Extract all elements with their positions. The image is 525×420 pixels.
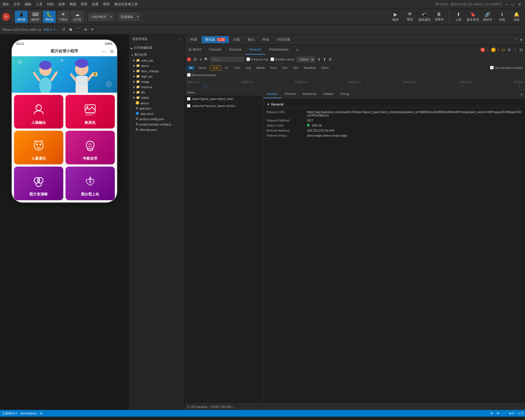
collapse-icon[interactable]: ⌃ [514, 38, 517, 42]
inner-tab-console[interactable]: Console [205, 45, 225, 55]
mp-home-icon[interactable]: ⊙ [110, 49, 114, 54]
tree-folder-manhua[interactable]: ▶ 📁 manhua [129, 84, 185, 90]
editor-button[interactable]: ⌨ 编辑器 [29, 11, 42, 23]
qrcode-icon[interactable]: ✦ [91, 27, 94, 32]
filter-type-doc[interactable]: Doc [280, 66, 290, 70]
blocked-requests-checkbox-input[interactable] [187, 73, 191, 77]
tab-issues[interactable]: 问题 [230, 36, 243, 43]
tree-file-projectconfig[interactable]: ⚙ project.config.json [129, 116, 185, 122]
simulator-button[interactable]: 📱 模拟器 [15, 11, 28, 23]
mp-card-age[interactable]: 年龄改变 [66, 131, 115, 164]
compile-mode-select[interactable]: 普通编译 [118, 13, 140, 21]
tree-folder-image[interactable]: ▶ 📁 image [129, 79, 185, 84]
tree-file-projectprivate[interactable]: ⚙ project.private.config.js... [129, 122, 185, 127]
filter-type-all[interactable]: All [187, 66, 195, 70]
preserve-log-checkbox[interactable]: Preserve log [246, 57, 268, 61]
stop-button[interactable] [193, 57, 197, 61]
tree-file-sitemap[interactable]: ⚙ sitemap.json [129, 127, 185, 132]
disable-cache-checkbox-input[interactable] [270, 57, 274, 61]
inner-tab-more[interactable]: » [293, 45, 303, 55]
tree-file-appjs[interactable]: 🟡 app.js [129, 100, 185, 106]
disable-cache-checkbox[interactable]: Disable cache [270, 57, 294, 61]
real-debug-button[interactable]: 📲 真机调试 [418, 12, 431, 22]
menu-item-interface[interactable]: 界面 [81, 2, 87, 7]
search-icon[interactable]: 🔍 [204, 57, 208, 61]
tab-output[interactable]: 输出 [244, 36, 258, 43]
inner-tab-network[interactable]: Network [245, 45, 265, 55]
mode-select[interactable]: 小程序模式 [88, 13, 113, 21]
filter-type-ws[interactable]: WS [291, 66, 301, 70]
menu-item-help[interactable]: 帮助 [103, 2, 110, 7]
tree-file-appjson[interactable]: ⚙ app.json [129, 106, 185, 111]
network-item-colourize[interactable]: colourize?access_token=24.b4... [185, 102, 263, 109]
network-item-colourize-checkbox[interactable] [187, 104, 190, 108]
tree-folder-high-pic[interactable]: ▶ 📁 high_pic [129, 74, 185, 79]
devtools-settings-icon[interactable]: ⚙ [507, 48, 511, 52]
menu-item-tools[interactable]: 工具 [36, 2, 43, 7]
filter-type-js[interactable]: JS [222, 66, 230, 70]
status-path[interactable]: 主面路径 ▾ [2, 411, 17, 416]
detail-tab-more[interactable]: » [518, 90, 525, 98]
version-button[interactable]: 🔖 版本管理 [467, 12, 479, 22]
filter-type-media[interactable]: Media [254, 66, 267, 70]
detail-tab-preview[interactable]: Preview [282, 90, 299, 98]
menu-item-file[interactable]: 文件 [13, 2, 20, 7]
detail-tab-timing[interactable]: Timing [337, 90, 353, 98]
network-item-token[interactable]: token?grant_type=client_cred... [185, 95, 263, 102]
close-devtools-icon[interactable]: ✕ [519, 38, 523, 42]
inner-tab-performance[interactable]: Performance [265, 45, 293, 55]
filter-type-manifest[interactable]: Manifest [302, 66, 318, 70]
status-copy-icon[interactable]: ⧉ [40, 412, 42, 415]
tab-code-quality[interactable]: 代码质量 [274, 36, 294, 43]
cloud-button[interactable]: ☁ 云开发 [71, 11, 84, 23]
devtools-more-icon[interactable]: ⋮ [513, 48, 517, 52]
clear-cache-button[interactable]: 🗑 清缓存 [433, 12, 445, 22]
tree-folder-face-change[interactable]: ▶ 📁 face_change [129, 68, 185, 74]
mp-card-cartoon[interactable]: 人像漫化 [14, 131, 63, 164]
filter-type-cloud[interactable]: Cloud [196, 66, 209, 70]
tab-build[interactable]: 构建 [187, 36, 200, 43]
tree-folder-color-pic[interactable]: ▶ 📁 color_pic [129, 58, 185, 63]
menu-item-select[interactable]: 选择 [58, 2, 65, 7]
menu-item-settings[interactable]: 设置 [92, 2, 99, 7]
status-config-icon[interactable]: ⚙ [490, 412, 493, 415]
menu-item-view[interactable]: 视图 [69, 2, 76, 7]
inner-tab-sources[interactable]: Sources [225, 45, 245, 55]
message-button[interactable]: 🔔 消息 [510, 12, 523, 22]
tree-section-project-header[interactable]: 图片处理 [129, 52, 185, 58]
record-icon[interactable]: ⏺ [69, 27, 73, 32]
inner-tab-wxml[interactable]: ⊞ Wxml [185, 45, 205, 55]
detail-button[interactable]: ℹ 详情 [496, 12, 508, 22]
mp-card-face-fusion[interactable]: 人脸融合 [14, 95, 63, 129]
file-tree-more[interactable]: ··· [179, 38, 181, 41]
tree-section-open-editors-header[interactable]: 打开的编辑器 [129, 45, 185, 51]
tree-file-appwxss[interactable]: 🔷 app.wxss [129, 111, 185, 116]
upload-network-icon[interactable]: ⬆ [323, 57, 326, 62]
download-icon[interactable]: ⬇ [317, 57, 321, 62]
compile-button[interactable]: ▶ 编译 [389, 12, 402, 22]
has-blocked-cookies-checkbox[interactable]: Has blocked cookies [490, 66, 523, 69]
preserve-log-checkbox-input[interactable] [246, 57, 250, 61]
tree-folder-demo[interactable]: ▶ 📁 demo [129, 63, 185, 68]
win-min-button[interactable]: ─ [503, 3, 509, 6]
network-item-token-checkbox[interactable] [187, 97, 190, 101]
status-more-icon[interactable]: ··· [503, 412, 505, 415]
screenshot-icon[interactable]: ⊟ [519, 48, 523, 52]
mp-card-sharpen[interactable]: 图片变清晰 [14, 167, 63, 200]
tab-terminal[interactable]: 终端 [259, 36, 272, 43]
filter-icon[interactable]: ⊻ [199, 57, 202, 61]
menu-item-wechat[interactable]: 微信开发者工具 [114, 2, 138, 7]
has-blocked-cookies-input[interactable] [490, 66, 494, 69]
menu-item-edit[interactable]: 编辑 [25, 2, 31, 7]
win-max-button[interactable]: □ [510, 3, 515, 6]
detail-tab-headers[interactable]: Headers [263, 90, 282, 98]
mp-card-change-bg[interactable]: 换底色 [66, 95, 115, 129]
phone-icon[interactable]: 📱 [76, 27, 81, 32]
throttle-select[interactable]: Online [297, 57, 315, 62]
filter-type-other[interactable]: Other [319, 66, 331, 70]
menu-item-goto[interactable]: 转到 [47, 2, 54, 7]
mp-dots[interactable]: ··· [101, 48, 106, 54]
filter-type-img[interactable]: Img [244, 66, 253, 70]
detail-tab-initiator[interactable]: Initiator [320, 90, 337, 98]
filter-type-xhr[interactable]: XHR [210, 65, 221, 70]
